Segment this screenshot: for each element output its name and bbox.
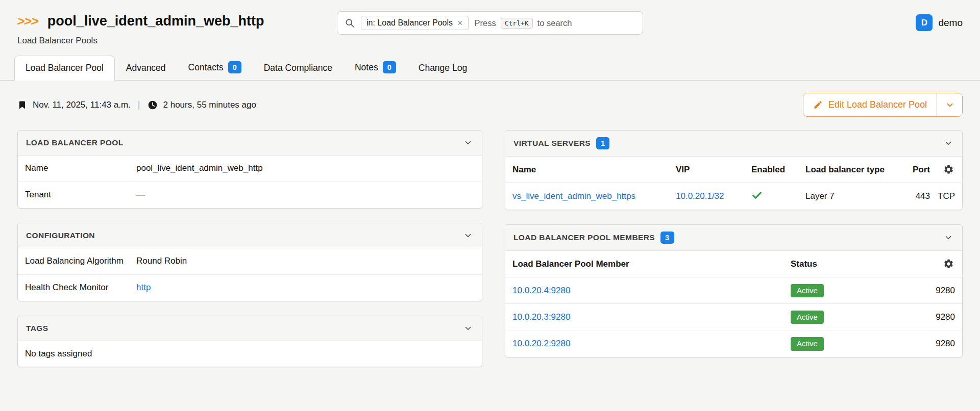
search-filter-chip[interactable]: in: Load Balancer Pools ×: [361, 16, 469, 30]
member-link[interactable]: 10.0.20.4:9280: [512, 286, 791, 296]
col-header-member: Load Balancer Pool Member: [512, 259, 791, 269]
status-cell: Active: [791, 284, 888, 298]
attr-label: Load Balancing Algorithm: [25, 255, 136, 267]
search-hint-suffix: to search: [537, 18, 572, 28]
protocol-cell: TCP: [930, 191, 955, 201]
attr-value: —: [136, 189, 145, 201]
content-area: LOAD BALANCER POOL Name pool_live_ident_…: [0, 117, 980, 367]
collapse-toggle[interactable]: [943, 232, 954, 243]
page-title: pool_live_ident_admin_web_http: [47, 13, 264, 29]
tab-data-compliance[interactable]: Data Compliance: [253, 56, 344, 81]
search-kbd-shortcut: Ctrl+K: [501, 18, 533, 29]
status-badge: Active: [791, 284, 824, 298]
member-link[interactable]: 10.0.20.2:9280: [512, 339, 791, 349]
check-icon: [751, 190, 763, 201]
chip-close-icon[interactable]: ×: [457, 18, 463, 28]
attr-row-tenant: Tenant —: [18, 182, 482, 208]
tab-advanced[interactable]: Advanced: [115, 56, 177, 81]
panel-title: CONFIGURATION: [26, 231, 95, 240]
panel-header: VIRTUAL SERVERS 1: [505, 131, 962, 157]
member-port-cell: 9280: [888, 339, 955, 349]
attr-label: Health Check Monitor: [25, 282, 136, 294]
tab-load-balancer-pool[interactable]: Load Balancer Pool: [14, 56, 115, 81]
updated-relative-time: 2 hours, 55 minutes ago: [163, 100, 256, 110]
member-row: 10.0.20.4:9280 Active 9280: [505, 277, 962, 304]
attr-value: pool_live_ident_admin_web_http: [136, 163, 263, 174]
members-count-badge: 3: [660, 232, 674, 244]
edit-load-balancer-pool-button[interactable]: Edit Load Balancer Pool: [803, 93, 937, 116]
member-row: 10.0.20.2:9280 Active 9280: [505, 330, 962, 357]
col-header-vip: VIP: [676, 165, 751, 175]
table-config-button[interactable]: [942, 258, 955, 270]
timestamps: Nov. 11, 2025, 11:43 a.m. | 2 hours, 55 …: [17, 99, 256, 110]
col-header-lb-type: Load balancer type: [805, 165, 896, 175]
tab-label: Advanced: [126, 63, 166, 73]
panel-tags: TAGS No tags assigned: [17, 316, 482, 367]
pencil-icon: [813, 100, 823, 110]
virtual-servers-count-badge: 1: [596, 137, 609, 149]
col-header-name: Name: [512, 165, 676, 175]
tab-label: Change Log: [419, 63, 467, 73]
tab-notes[interactable]: Notes 0: [344, 54, 407, 81]
panel-title-text: VIRTUAL SERVERS: [513, 139, 591, 148]
search-hint-press: Press: [475, 18, 496, 28]
tab-label: Load Balancer Pool: [26, 63, 104, 73]
edit-button-label: Edit Load Balancer Pool: [828, 99, 927, 110]
enabled-cell: [751, 190, 805, 203]
panel-header: TAGS: [18, 316, 482, 341]
panel-title: TAGS: [26, 324, 48, 333]
member-row: 10.0.20.3:9280 Active 9280: [505, 304, 962, 330]
collapse-toggle[interactable]: [462, 137, 474, 148]
global-search-input[interactable]: in: Load Balancer Pools × Press Ctrl+K t…: [337, 11, 643, 35]
edit-dropdown-toggle[interactable]: [937, 93, 962, 116]
table-config-button[interactable]: [942, 163, 955, 176]
panel-title: VIRTUAL SERVERS 1: [513, 137, 609, 149]
health-check-monitor-link[interactable]: http: [136, 282, 151, 294]
user-name: demo: [938, 17, 963, 29]
col-header-status: Status: [791, 259, 888, 269]
tab-label: Notes: [355, 62, 378, 73]
app-logo-icon[interactable]: >>>: [16, 14, 39, 29]
gear-icon: [943, 259, 954, 269]
collapse-toggle[interactable]: [462, 323, 474, 334]
members-table-header: Load Balancer Pool Member Status: [505, 251, 962, 277]
chevron-down-icon: [944, 233, 953, 242]
col-header-enabled: Enabled: [751, 165, 805, 175]
status-badge: Active: [791, 311, 824, 324]
virtual-server-link[interactable]: vs_live_ident_admin_web_https: [512, 191, 676, 201]
virtual-server-row: vs_live_ident_admin_web_https 10.0.20.1/…: [505, 183, 962, 210]
user-menu[interactable]: D demo: [916, 14, 963, 31]
tab-label: Contacts: [188, 62, 224, 73]
attr-value: Round Robin: [136, 255, 187, 267]
attr-label: Tenant: [25, 189, 136, 201]
search-icon: [345, 18, 355, 28]
chevron-down-icon: [463, 324, 473, 333]
status-cell: Active: [791, 337, 888, 351]
panel-title: LOAD BALANCER POOL: [26, 138, 124, 147]
user-avatar[interactable]: D: [916, 14, 933, 31]
status-cell: Active: [791, 311, 888, 324]
member-link[interactable]: 10.0.20.3:9280: [512, 312, 791, 322]
virtual-servers-table-header: Name VIP Enabled Load balancer type Port: [505, 157, 962, 183]
status-badge: Active: [791, 337, 824, 351]
panel-title: LOAD BALANCER POOL MEMBERS 3: [513, 232, 674, 244]
created-timestamp: Nov. 11, 2025, 11:43 a.m.: [33, 100, 131, 110]
collapse-toggle[interactable]: [943, 138, 954, 149]
port-cell: 443: [896, 191, 930, 201]
breadcrumb[interactable]: Load Balancer Pools: [17, 36, 97, 46]
chevron-down-icon: [463, 138, 473, 147]
chevron-down-icon: [945, 100, 954, 110]
panel-header: LOAD BALANCER POOL MEMBERS 3: [505, 225, 962, 251]
attr-label: Name: [25, 163, 136, 174]
tab-contacts[interactable]: Contacts 0: [177, 54, 253, 81]
attr-row-algorithm: Load Balancing Algorithm Round Robin: [18, 248, 482, 275]
panel-header: CONFIGURATION: [18, 223, 482, 248]
collapse-toggle[interactable]: [462, 230, 474, 241]
search-filter-chip-label: in: Load Balancer Pools: [366, 18, 453, 28]
tab-change-log[interactable]: Change Log: [407, 56, 478, 81]
member-port-cell: 9280: [888, 286, 955, 296]
vip-link[interactable]: 10.0.20.1/32: [676, 191, 751, 201]
notes-count-badge: 0: [383, 61, 396, 73]
left-column: LOAD BALANCER POOL Name pool_live_ident_…: [17, 130, 482, 367]
clock-icon: [148, 100, 158, 110]
